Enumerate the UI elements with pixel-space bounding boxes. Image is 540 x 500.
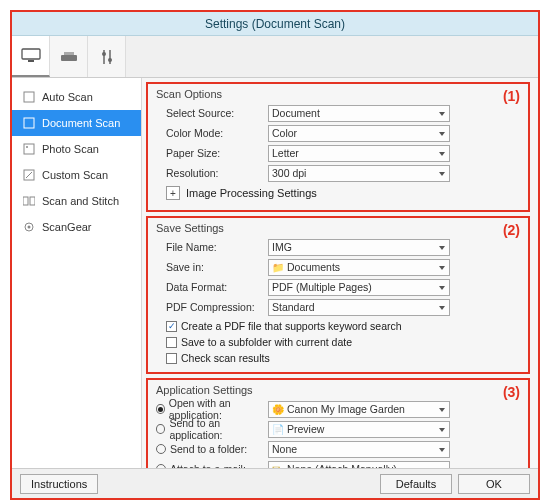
save-settings-title: Save Settings: [156, 222, 520, 234]
keyword-search-label: Create a PDF file that supports keyword …: [181, 320, 402, 332]
send-to-folder-radio[interactable]: [156, 444, 166, 454]
tab-scan-from-computer[interactable]: [12, 36, 50, 77]
defaults-label: Defaults: [396, 478, 436, 490]
subfolder-date-checkbox[interactable]: [166, 337, 177, 348]
defaults-button[interactable]: Defaults: [380, 474, 452, 494]
combo-value: None: [272, 443, 297, 455]
sidebar-item-photo-scan[interactable]: Photo Scan: [12, 136, 141, 162]
select-source-label: Select Source:: [156, 107, 268, 119]
combo-value: IMG: [272, 241, 292, 253]
save-in-label: Save in:: [156, 261, 268, 273]
sidebar-item-scan-and-stitch[interactable]: Scan and Stitch: [12, 188, 141, 214]
open-with-app-combo[interactable]: 🌼Canon My Image Garden: [268, 401, 450, 418]
sidebar-item-custom-scan[interactable]: Custom Scan: [12, 162, 141, 188]
sidebar-item-auto-scan[interactable]: Auto Scan: [12, 84, 141, 110]
attach-to-email-label: Attach to e-mail:: [170, 463, 246, 468]
sidebar-item-label: Photo Scan: [42, 143, 99, 155]
image-processing-label: Image Processing Settings: [186, 187, 317, 199]
sidebar-item-label: Document Scan: [42, 117, 120, 129]
combo-value: Documents: [287, 261, 340, 273]
sidebar-item-label: Scan and Stitch: [42, 195, 119, 207]
send-to-folder-label: Send to a folder:: [170, 443, 247, 455]
doc-icon: [22, 117, 36, 129]
svg-point-11: [26, 146, 28, 148]
scan-options-title: Scan Options: [156, 88, 520, 100]
ok-button[interactable]: OK: [458, 474, 530, 494]
expand-image-processing-button[interactable]: +: [166, 186, 180, 200]
sidebar-item-label: Custom Scan: [42, 169, 108, 181]
instructions-button[interactable]: Instructions: [20, 474, 98, 494]
app-icon: 🌼: [272, 404, 284, 415]
section-marker-2: (2): [503, 222, 520, 238]
color-mode-combo[interactable]: Color: [268, 125, 450, 142]
svg-rect-0: [22, 49, 40, 59]
gear-icon: [22, 221, 36, 233]
combo-value: PDF (Multiple Pages): [272, 281, 372, 293]
combo-value: Preview: [287, 423, 324, 435]
scanner-icon: [59, 50, 79, 64]
data-format-combo[interactable]: PDF (Multiple Pages): [268, 279, 450, 296]
tab-general-settings[interactable]: [88, 36, 126, 77]
sidebar-item-label: ScanGear: [42, 221, 92, 233]
send-to-app-radio[interactable]: [156, 424, 165, 434]
check-results-checkbox[interactable]: [166, 353, 177, 364]
paper-size-combo[interactable]: Letter: [268, 145, 450, 162]
select-source-combo[interactable]: Document: [268, 105, 450, 122]
sidebar: Auto Scan Document Scan Photo Scan Custo…: [12, 78, 142, 468]
sidebar-item-scangear[interactable]: ScanGear: [12, 214, 141, 240]
svg-rect-3: [64, 52, 74, 55]
paper-size-label: Paper Size:: [156, 147, 268, 159]
send-to-app-combo[interactable]: 📄Preview: [268, 421, 450, 438]
section-marker-3: (3): [503, 384, 520, 400]
combo-value: Canon My Image Garden: [287, 403, 405, 415]
dialog-window: Settings (Document Scan) Auto Scan: [10, 10, 540, 500]
mail-icon: ✉: [272, 464, 284, 469]
folder-icon: 📁: [272, 262, 284, 273]
combo-value: None (Attach Manually): [287, 463, 397, 468]
tab-scan-from-panel[interactable]: [50, 36, 88, 77]
pdf-compression-combo[interactable]: Standard: [268, 299, 450, 316]
preview-icon: 📄: [272, 424, 284, 435]
combo-value: 300 dpi: [272, 167, 306, 179]
attach-to-email-combo[interactable]: ✉None (Attach Manually): [268, 461, 450, 469]
top-toolbar: [12, 36, 538, 78]
stitch-icon: [22, 195, 36, 207]
file-name-label: File Name:: [156, 241, 268, 253]
footer: Instructions Defaults OK: [12, 468, 538, 498]
application-settings-title: Application Settings: [156, 384, 520, 396]
svg-rect-9: [24, 118, 34, 128]
svg-rect-1: [28, 60, 34, 62]
photo-icon: [22, 143, 36, 155]
data-format-label: Data Format:: [156, 281, 268, 293]
send-to-folder-combo[interactable]: None: [268, 441, 450, 458]
svg-point-16: [28, 226, 31, 229]
svg-rect-8: [24, 92, 34, 102]
svg-point-5: [102, 52, 106, 56]
combo-value: Standard: [272, 301, 315, 313]
application-settings-section: (3) Application Settings Open with an ap…: [146, 378, 530, 468]
resolution-combo[interactable]: 300 dpi: [268, 165, 450, 182]
resolution-label: Resolution:: [156, 167, 268, 179]
doc-icon: [22, 91, 36, 103]
svg-rect-13: [23, 197, 28, 205]
custom-icon: [22, 169, 36, 181]
svg-rect-10: [24, 144, 34, 154]
sidebar-item-document-scan[interactable]: Document Scan: [12, 110, 141, 136]
subfolder-date-label: Save to a subfolder with current date: [181, 336, 352, 348]
attach-to-email-radio[interactable]: [156, 464, 166, 468]
monitor-icon: [21, 48, 41, 64]
svg-rect-2: [61, 55, 77, 61]
combo-value: Document: [272, 107, 320, 119]
save-in-combo[interactable]: 📁Documents: [268, 259, 450, 276]
open-with-app-radio[interactable]: [156, 404, 165, 414]
svg-rect-14: [30, 197, 35, 205]
keyword-search-checkbox[interactable]: ✓: [166, 321, 177, 332]
svg-point-7: [108, 58, 112, 62]
send-to-app-label: Send to an application:: [169, 417, 268, 441]
combo-value: Letter: [272, 147, 299, 159]
titlebar: Settings (Document Scan): [12, 12, 538, 36]
body: Auto Scan Document Scan Photo Scan Custo…: [12, 78, 538, 468]
file-name-combo[interactable]: IMG: [268, 239, 450, 256]
instructions-label: Instructions: [31, 478, 87, 490]
combo-value: Color: [272, 127, 297, 139]
